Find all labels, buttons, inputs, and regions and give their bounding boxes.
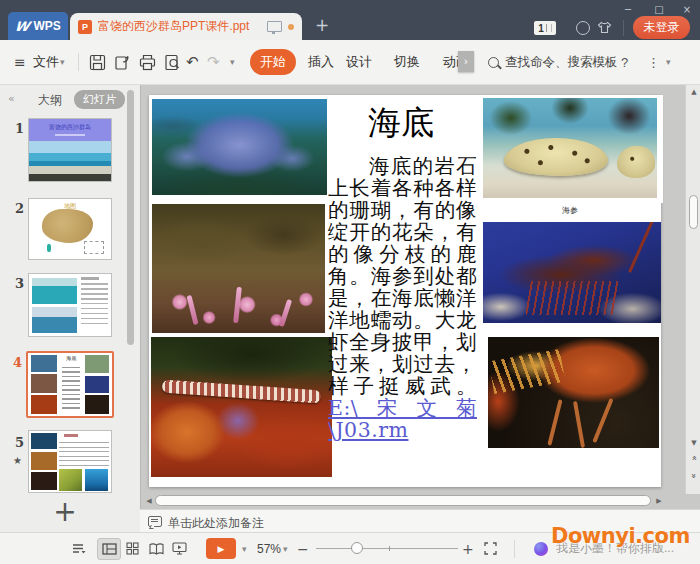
collapse-panel-icon[interactable]: « <box>8 92 15 105</box>
redo-icon[interactable]: ↷ <box>207 40 220 84</box>
vertical-scrollbar-thumb[interactable] <box>689 195 698 229</box>
slide-1-thumbnail[interactable]: 富饶的西沙群岛 <box>28 118 112 182</box>
zoom-level[interactable]: 57% <box>257 533 281 564</box>
close-button[interactable]: × <box>678 3 696 17</box>
slide-1-number: 1 <box>15 121 24 136</box>
slide-body-text[interactable]: 海底的岩石上长着各种各样的珊瑚，有的像绽开的花朵，有的像分枝的鹿角。海参到处都是… <box>328 155 477 441</box>
login-button[interactable]: 未登录 <box>633 16 690 39</box>
lobster-aquarium-photo[interactable] <box>483 222 661 323</box>
play-button-frame: ▶ <box>206 538 236 559</box>
tab-transition[interactable]: 切换 <box>394 40 420 84</box>
lobster-closeup-photo[interactable] <box>488 337 659 448</box>
zoom-slider-knob[interactable] <box>351 542 363 554</box>
thumb-art <box>81 277 99 280</box>
blue-coral-photo[interactable] <box>152 99 327 195</box>
current-slide[interactable]: 海底 海底的岩石上长着各种各样的珊瑚，有的像绽开的花朵，有的像分枝的鹿角。海参到… <box>149 95 661 487</box>
slide-5-thumbnail[interactable] <box>28 430 112 493</box>
thumb-art <box>47 244 51 252</box>
notes-placeholder[interactable]: 单击此处添加备注 <box>168 515 264 532</box>
thumb-art <box>31 472 56 490</box>
photo-detail <box>628 222 655 273</box>
thumb-art <box>32 307 77 333</box>
play-options-chevron-icon[interactable]: ▾ <box>242 533 247 564</box>
zoom-out-button[interactable]: − <box>297 533 309 564</box>
double-chevron-down-icon: » <box>689 473 699 479</box>
thumb-art <box>31 433 56 450</box>
sea-cucumber-caption: 海参 <box>477 205 663 216</box>
save-icon[interactable] <box>89 40 106 84</box>
zoom-in-button[interactable]: + <box>462 533 474 564</box>
photo-detail <box>489 349 566 394</box>
print-icon[interactable] <box>139 40 156 84</box>
next-slide-button[interactable]: » <box>686 471 700 481</box>
help-button[interactable]: ? <box>621 40 628 84</box>
downyi-watermark: Downyi.com <box>551 524 690 548</box>
more-options-icon[interactable]: ⋮ <box>647 40 660 84</box>
hamburger-menu-icon[interactable]: ≡ <box>14 40 26 84</box>
wps-label: WPS <box>34 19 61 33</box>
slide-5-animation-star-icon: ★ <box>13 455 22 466</box>
vertical-scrollbar[interactable]: ▲ ▼ » » <box>685 85 700 494</box>
maximize-button[interactable]: □ <box>650 3 668 17</box>
thumb-art <box>85 395 109 414</box>
task-bars-icon <box>546 24 552 32</box>
thumb-art <box>59 442 108 468</box>
scroll-left-icon[interactable]: ◀ <box>143 494 155 508</box>
double-chevron-up-icon: » <box>689 455 699 461</box>
photo-detail <box>592 398 613 443</box>
slide-3-thumbnail[interactable] <box>28 273 112 337</box>
undo-icon[interactable]: ↶ <box>186 40 199 84</box>
slide-4-thumbnail-selected[interactable]: 海底 <box>26 351 114 418</box>
animation-popup-badge[interactable]: › <box>458 51 474 72</box>
add-slide-button[interactable]: + <box>50 497 80 527</box>
task-count-badge[interactable]: 1 <box>534 21 556 35</box>
monitor-icon[interactable] <box>267 21 282 32</box>
undo-history-chevron-icon[interactable]: ▾ <box>230 40 235 84</box>
bristle-worm-photo[interactable] <box>151 337 332 477</box>
display-options-button[interactable] <box>72 533 86 564</box>
document-tab-title: 富饶的西沙群岛PPT课件.ppt <box>98 18 261 35</box>
previous-slide-button[interactable]: » <box>686 453 700 463</box>
export-pdf-icon[interactable] <box>114 40 131 84</box>
search-commands[interactable]: 查找命令、搜索模板 <box>488 40 618 84</box>
normal-view-button[interactable] <box>97 533 121 564</box>
scroll-up-icon[interactable]: ▲ <box>686 88 700 96</box>
reading-view-button[interactable] <box>149 533 164 564</box>
thumb-art <box>85 469 108 491</box>
body-text: 海底的岩石上长着各种各样的珊瑚，有的像绽开的花朵，有的像分枝的鹿角。海参到处都是… <box>328 154 477 398</box>
tab-home[interactable]: 开始 <box>250 40 296 84</box>
slideshow-view-button[interactable] <box>172 533 187 564</box>
zoom-chevron-icon[interactable]: ▾ <box>283 533 288 564</box>
print-preview-icon[interactable] <box>164 40 181 84</box>
file-menu[interactable]: 文件 <box>33 40 59 84</box>
titlebar: W WPS P 富饶的西沙群岛PPT课件.ppt + ─ □ × 1 未登录 <box>0 0 700 40</box>
tab-outline[interactable]: 大纲 <box>38 92 62 109</box>
document-tab[interactable]: P 富饶的西沙群岛PPT课件.ppt <box>70 13 302 40</box>
app-center-icon[interactable] <box>576 21 590 35</box>
fit-to-window-button[interactable] <box>484 533 497 564</box>
wps-home-button[interactable]: W WPS <box>8 12 68 40</box>
pink-coral-photo[interactable] <box>152 204 325 333</box>
slide-5-number: 5 <box>15 435 24 450</box>
zoom-slider-track[interactable] <box>316 548 458 549</box>
sea-cucumber-photo[interactable] <box>477 95 663 203</box>
media-hyperlink[interactable]: E:\宋文菊\J03.rm <box>328 396 477 442</box>
slide-2-thumbnail[interactable]: 地图 <box>28 198 112 260</box>
scroll-down-icon[interactable]: ▼ <box>686 439 700 447</box>
wps-presentation-window: W WPS P 富饶的西沙群岛PPT课件.ppt + ─ □ × 1 未登录 ≡… <box>0 0 700 564</box>
minimize-button[interactable]: ─ <box>619 3 637 17</box>
horizontal-scrollbar-thumb[interactable] <box>155 495 651 506</box>
slide-sorter-view-button[interactable] <box>126 533 139 564</box>
scroll-right-icon[interactable]: ▶ <box>653 494 665 508</box>
new-tab-button[interactable]: + <box>312 15 332 35</box>
skin-center-icon[interactable] <box>597 20 612 35</box>
tab-slides[interactable]: 幻灯片 <box>74 90 125 109</box>
file-menu-chevron-icon[interactable]: ▾ <box>60 40 65 84</box>
panel-scrollbar-thumb[interactable] <box>127 90 134 345</box>
slide-title[interactable]: 海底 <box>326 101 476 146</box>
tab-design[interactable]: 设计 <box>346 40 372 84</box>
toolbar-separator <box>78 53 79 71</box>
play-slideshow-button[interactable]: ▶ <box>206 533 236 564</box>
collapse-ribbon-icon[interactable]: ▾ <box>666 40 671 84</box>
tab-insert[interactable]: 插入 <box>308 40 334 84</box>
